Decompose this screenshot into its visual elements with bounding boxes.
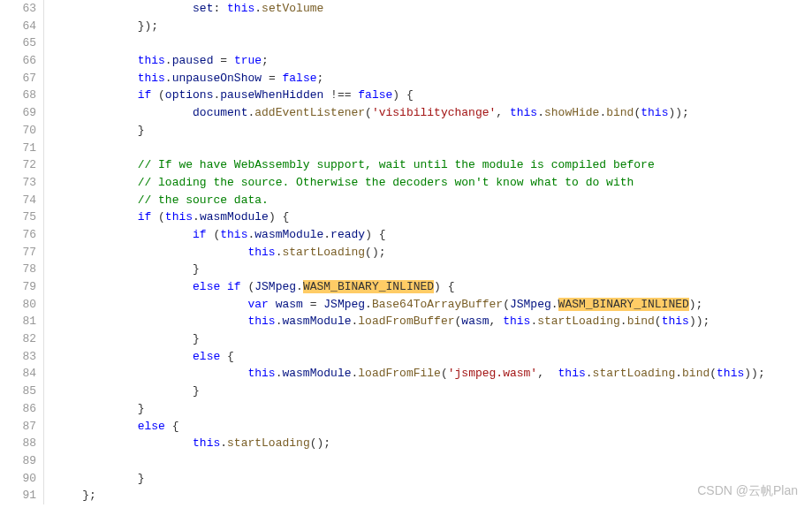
code-line[interactable]: } bbox=[55, 330, 765, 348]
token-p: . bbox=[620, 315, 627, 328]
token-p: ); bbox=[689, 298, 703, 311]
token-kw: this bbox=[220, 228, 247, 241]
token-kw: if bbox=[138, 88, 152, 102]
token-kw: else bbox=[138, 420, 165, 433]
code-line[interactable]: set: this.setVolume bbox=[55, 0, 765, 18]
code-line[interactable] bbox=[55, 452, 765, 470]
token-method: startLoading bbox=[593, 367, 676, 380]
line-number: 73 bbox=[0, 174, 36, 192]
token-prop: unpauseOnShow bbox=[172, 72, 262, 85]
token-p: , bbox=[537, 367, 558, 380]
token-hl: WASM_BINARY_INLINED bbox=[558, 298, 689, 311]
line-number: 82 bbox=[0, 330, 36, 348]
token-kw: this bbox=[193, 436, 220, 450]
code-line[interactable]: else if (JSMpeg.WASM_BINARY_INLINED) { bbox=[55, 278, 765, 296]
code-line[interactable]: else { bbox=[55, 418, 765, 436]
code-line[interactable]: // loading the source. Otherwise the dec… bbox=[55, 174, 765, 192]
line-number: 78 bbox=[0, 261, 36, 278]
line-number: 77 bbox=[0, 244, 36, 262]
line-number: 75 bbox=[0, 209, 36, 226]
token-p: ( bbox=[710, 367, 717, 380]
token-p: . bbox=[254, 2, 262, 15]
code-line[interactable]: else { bbox=[55, 348, 765, 366]
token-method: bind bbox=[606, 106, 634, 119]
token-str: 'jsmpeg.wasm' bbox=[448, 367, 537, 380]
token-kw: if bbox=[138, 210, 152, 224]
code-lines[interactable]: set: this.setVolume }); this.paused = tr… bbox=[44, 0, 765, 504]
token-prop: wasmModule bbox=[282, 315, 351, 328]
token-kw: else bbox=[193, 350, 220, 363]
code-line[interactable]: document.addEventListener('visibilitycha… bbox=[55, 104, 765, 122]
token-p: !== bbox=[323, 88, 358, 102]
token-prop: paused bbox=[172, 54, 214, 67]
token-method: bind bbox=[682, 367, 710, 380]
code-line[interactable]: } bbox=[55, 400, 765, 418]
token-id: JSMpeg bbox=[323, 298, 365, 311]
token-p: ( bbox=[441, 367, 448, 380]
token-p: . bbox=[551, 298, 558, 311]
token-p: ( bbox=[655, 315, 662, 328]
line-number: 81 bbox=[0, 313, 36, 330]
code-line[interactable]: } bbox=[55, 470, 765, 488]
token-kw: this bbox=[138, 54, 165, 67]
token-prop: wasmModule bbox=[254, 228, 323, 241]
code-line[interactable] bbox=[55, 34, 765, 52]
code-line[interactable]: var wasm = JSMpeg.Base64ToArrayBuffer(JS… bbox=[55, 296, 765, 314]
token-p: = bbox=[213, 54, 233, 67]
line-number: 79 bbox=[0, 278, 36, 296]
line-number: 84 bbox=[0, 365, 36, 383]
token-p: ; bbox=[262, 54, 269, 67]
token-kw: this bbox=[503, 315, 530, 328]
code-line[interactable]: this.startLoading(); bbox=[55, 435, 765, 452]
line-number: 85 bbox=[0, 383, 36, 400]
code-line[interactable]: } bbox=[55, 261, 765, 278]
code-line[interactable]: }); bbox=[55, 18, 765, 35]
token-cmt: // If we have WebAssembly support, wait … bbox=[138, 158, 655, 171]
token-str: 'visibilitychange' bbox=[372, 106, 496, 119]
code-line[interactable]: }; bbox=[55, 487, 765, 504]
token-id: options bbox=[165, 88, 214, 102]
token-kw: this bbox=[138, 72, 165, 85]
code-line[interactable]: this.startLoading(); bbox=[55, 244, 765, 262]
token-kw: this bbox=[717, 367, 744, 380]
line-number: 74 bbox=[0, 192, 36, 209]
token-p: { bbox=[165, 420, 179, 433]
token-kw: this bbox=[510, 106, 537, 119]
code-line[interactable]: this.wasmModule.loadFromBuffer(wasm, thi… bbox=[55, 313, 765, 330]
token-method: bind bbox=[627, 315, 655, 328]
line-number: 89 bbox=[0, 452, 36, 470]
code-line[interactable]: this.unpauseOnShow = false; bbox=[55, 70, 765, 87]
token-p: . bbox=[675, 367, 682, 380]
code-line[interactable]: if (options.pauseWhenHidden !== false) { bbox=[55, 87, 765, 104]
code-line[interactable] bbox=[55, 140, 765, 157]
token-method: showHide bbox=[544, 106, 599, 119]
token-p: )); bbox=[689, 315, 710, 328]
line-number: 67 bbox=[0, 70, 36, 87]
code-line[interactable]: this.wasmModule.loadFromFile('jsmpeg.was… bbox=[55, 365, 765, 383]
code-editor[interactable]: 6364656667686970717273747576777879808182… bbox=[0, 0, 812, 504]
code-line[interactable]: // the source data. bbox=[55, 192, 765, 209]
token-p: : bbox=[213, 2, 227, 15]
token-kw: this bbox=[641, 106, 668, 119]
token-p: . bbox=[193, 210, 200, 224]
code-line[interactable]: this.paused = true; bbox=[55, 52, 765, 70]
token-p: ( bbox=[365, 106, 372, 119]
code-line[interactable]: } bbox=[55, 383, 765, 400]
token-id: wasm bbox=[461, 315, 489, 328]
token-kw: else if bbox=[193, 280, 241, 293]
line-number: 70 bbox=[0, 122, 36, 140]
code-line[interactable]: if (this.wasmModule) { bbox=[55, 209, 765, 226]
token-kw: false bbox=[282, 72, 316, 85]
token-kw: this bbox=[247, 367, 275, 380]
token-p: } bbox=[138, 472, 145, 485]
code-line[interactable]: } bbox=[55, 122, 765, 140]
token-p: ( bbox=[503, 298, 510, 311]
code-line[interactable]: // If we have WebAssembly support, wait … bbox=[55, 156, 765, 174]
token-method: startLoading bbox=[282, 246, 365, 259]
token-p: ) { bbox=[434, 280, 454, 293]
token-p: }); bbox=[138, 19, 158, 33]
token-p: (); bbox=[365, 246, 385, 259]
token-prop: wasmModule bbox=[200, 210, 269, 224]
code-line[interactable]: if (this.wasmModule.ready) { bbox=[55, 226, 765, 244]
token-p: ) { bbox=[269, 210, 289, 224]
